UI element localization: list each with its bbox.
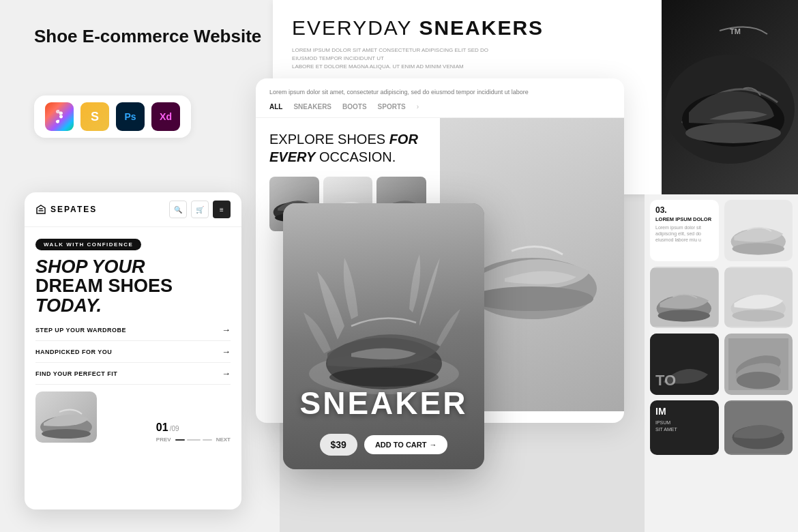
sneaker-label: SNEAKER [300, 385, 468, 422]
wardrobe-row-1[interactable]: STEP UP YOUR WARDROBE → [35, 319, 231, 341]
rs-card-6 [724, 334, 793, 395]
left-mobile-card: SEPATES 🔍 🛒 ≡ WALK WITH CONFIDENCE SHOP … [25, 192, 241, 509]
shop-headline: SHOP YOUR DREAM SHOES TODAY. [35, 257, 231, 315]
svg-point-18 [732, 243, 784, 254]
counter-num: 01 [156, 422, 168, 434]
tools-row: S Ps Xd [34, 95, 191, 138]
walk-badge: WALK WITH CONFIDENCE [35, 239, 141, 250]
figma-icon [45, 102, 74, 131]
counter-total: /09 [170, 425, 179, 432]
rs-card-1: 03. LOREM IPSUM DOLOR Lorem ipsum dolor … [650, 200, 719, 261]
nike-shoe-image: TM [662, 0, 798, 194]
xd-icon: Xd [151, 102, 180, 131]
rs-card-5: TO [650, 334, 719, 395]
menu-icon-btn[interactable]: ≡ [213, 201, 231, 218]
rs-card-bottom: IM IPSUMSIT AMET [650, 400, 719, 455]
wardrobe-row-3[interactable]: FIND YOUR PERFECT FIT → [35, 363, 231, 385]
cart-icon-btn[interactable]: 🛒 [191, 201, 209, 218]
next-btn[interactable]: NEXT [216, 437, 231, 443]
page-title: Shoe E-commerce Website [34, 26, 261, 47]
svg-point-16 [42, 429, 91, 439]
rs-card-2 [724, 200, 793, 261]
landing-desc: Lorem ipsum dolor sit amet, consectetur … [269, 88, 610, 98]
rs-card-4 [724, 267, 793, 328]
svg-point-11 [471, 286, 593, 311]
svg-point-2 [685, 123, 781, 143]
svg-point-14 [329, 368, 439, 387]
explore-heading: EXPLORE SHOES FOREVERY OCCASION. [269, 130, 426, 166]
svg-point-21 [657, 310, 710, 321]
photoshop-icon: Ps [116, 102, 145, 131]
search-icon-btn[interactable]: 🔍 [169, 201, 187, 218]
everyday-title: EVERYDAY SNEAKERS [292, 16, 642, 40]
rs-card-bottom-2 [724, 400, 793, 455]
overlay-mobile-card: SNEAKER $39 ADD TO CART → [283, 203, 484, 469]
svg-point-29 [736, 372, 780, 389]
shoe-thumbnail [35, 391, 97, 443]
rs-card-3 [650, 267, 719, 328]
price-tag: $39 [320, 434, 357, 456]
sepates-brand: SEPATES [35, 204, 97, 215]
everyday-desc: LOREM IPSUM DOLOR SIT AMET CONSECTETUR A… [292, 46, 510, 71]
svg-point-24 [732, 310, 784, 321]
right-sidebar: 03. LOREM IPSUM DOLOR Lorem ipsum dolor … [645, 194, 798, 532]
prev-btn[interactable]: PREV [156, 437, 171, 443]
wardrobe-row-2[interactable]: HANDPICKED FOR YOU → [35, 341, 231, 363]
sketch-icon: S [80, 102, 109, 131]
landing-nav: ALL SNEAKERS BOOTS SPORTS › [269, 103, 610, 110]
add-to-cart-btn-overlay[interactable]: ADD TO CART → [364, 435, 448, 454]
